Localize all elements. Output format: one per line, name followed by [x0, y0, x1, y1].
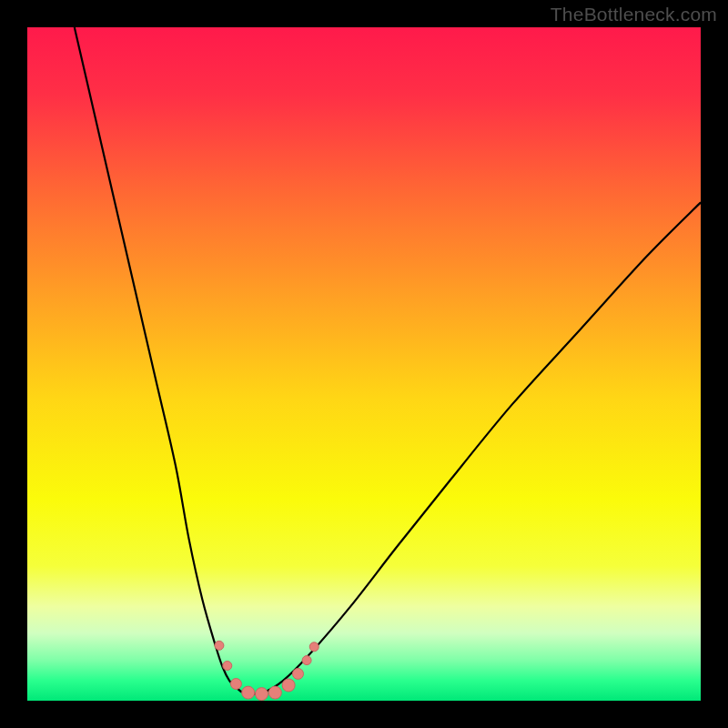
- chart-svg: [0, 0, 728, 728]
- data-marker: [282, 679, 295, 692]
- data-marker: [215, 641, 224, 650]
- data-marker: [309, 642, 318, 652]
- chart-container: TheBottleneck.com: [0, 0, 728, 728]
- data-marker: [256, 688, 268, 701]
- watermark-label: TheBottleneck.com: [551, 4, 717, 25]
- data-marker: [302, 656, 311, 665]
- data-marker: [242, 686, 255, 699]
- data-marker: [292, 668, 303, 679]
- data-marker: [268, 686, 281, 699]
- data-marker: [223, 662, 232, 671]
- plot-background: [27, 27, 701, 701]
- data-marker: [230, 679, 241, 690]
